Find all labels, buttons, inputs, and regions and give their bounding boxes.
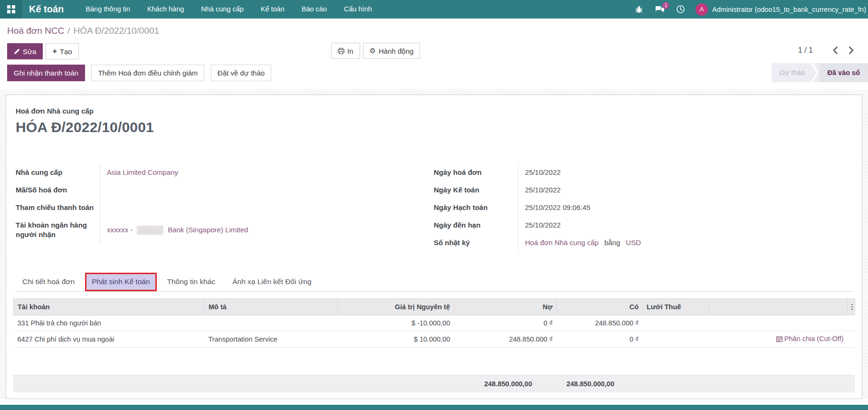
document-type-label: Hoá đơn Nhà cung cấp: [16, 107, 862, 115]
plus-icon: +: [52, 47, 57, 56]
cell-description: [205, 315, 338, 331]
cell-debit: 0 ₫: [454, 315, 557, 331]
pager-next-icon[interactable]: [843, 45, 859, 56]
menu-item-reports[interactable]: Báo cáo: [293, 0, 335, 19]
printer-icon: [338, 48, 344, 54]
field-label-invoice-date: Ngày hoá đơn: [434, 164, 518, 181]
journal-connector: bằng: [599, 238, 626, 248]
apps-menu-button[interactable]: [0, 0, 22, 19]
document-title: HÓA Đ/2022/10/0001: [16, 119, 862, 135]
bill-reference-value[interactable]: [100, 181, 310, 199]
activities-clock-icon[interactable]: [670, 0, 691, 19]
breadcrumb: Hoá đơn NCC/HÓA Đ/2022/10/0001: [0, 24, 868, 36]
left-field-group: Nhà cung cấp Asia Limited Company Mã/Số …: [16, 164, 310, 244]
action-buttons-row: Sửa + Tạo In ⚙ Hành động 1 / 1: [0, 43, 868, 60]
header-credit[interactable]: Có: [557, 299, 643, 315]
tab-invoice-lines[interactable]: Chi tiết hoá đơn: [16, 273, 81, 291]
cell-tax-grid: [643, 331, 709, 348]
cell-debit: 248.850.000 ₫: [454, 331, 557, 348]
header-amount-currency[interactable]: Giá trị Nguyên tệ: [338, 299, 454, 315]
state-arrow-icon: [813, 63, 820, 82]
recipient-bank-value: xxxxxx - Bank (Singapore) Limited: [100, 217, 310, 244]
field-label-bill-reference: Mã/Số hoá đơn: [16, 181, 100, 199]
menu-item-accounting[interactable]: Kế toán: [252, 0, 293, 19]
header-description[interactable]: Mô tả: [205, 299, 338, 315]
control-panel: Hoá đơn NCC/HÓA Đ/2022/10/0001 Sửa + Tạo…: [0, 19, 868, 89]
app-title[interactable]: Kế toán: [22, 4, 77, 15]
field-label-vendor: Nhà cung cấp: [16, 164, 100, 181]
field-label-journal: Sổ nhật ký: [434, 234, 518, 252]
vendor-link[interactable]: Asia Limited Company: [107, 168, 178, 177]
table-row[interactable]: 331 Phải trả cho người bán $ -10.000,00 …: [14, 315, 855, 331]
menu-item-configuration[interactable]: Cấu hình: [335, 0, 381, 19]
posting-date-value[interactable]: 25/10/2022 09:06:45: [518, 199, 852, 217]
action-menu-button[interactable]: ⚙ Hành động: [363, 43, 420, 59]
create-button[interactable]: + Tạo: [46, 43, 78, 59]
print-button[interactable]: In: [331, 43, 360, 59]
tab-other-info[interactable]: Thông tin khác: [161, 273, 222, 291]
edit-button[interactable]: Sửa: [7, 43, 43, 59]
form-sheet: Hoá đơn Nhà cung cấp HÓA Đ/2022/10/0001 …: [6, 95, 862, 399]
cell-credit: 0 ₫: [557, 331, 643, 348]
total-debit: 248.850.000,00: [13, 380, 556, 388]
journal-value: Hoá đơn Nhà cung cấp bằng USD: [518, 234, 852, 252]
gear-icon: ⚙: [370, 47, 376, 55]
menu-item-vendors[interactable]: Nhà cung cấp: [192, 0, 252, 19]
table-row[interactable]: 6427 Chi phí dịch vụ mua ngoài Transport…: [14, 331, 855, 348]
calendar-icon: [776, 336, 782, 342]
cutoff-button[interactable]: Phân chia (Cut-Off): [776, 335, 844, 343]
register-payment-button[interactable]: Ghi nhận thanh toán: [7, 65, 85, 81]
menu-item-dashboard[interactable]: Bảng thông tin: [77, 0, 139, 19]
pencil-icon: [14, 48, 20, 55]
apps-grid-icon: [7, 5, 15, 13]
header-extra: [709, 299, 848, 315]
cell-account: 6427 Chi phí dịch vụ mua ngoài: [14, 331, 205, 348]
menu-item-customers[interactable]: Khách hàng: [139, 0, 192, 19]
journal-link[interactable]: Hoá đơn Nhà cung cấp: [525, 238, 599, 248]
breadcrumb-parent-link[interactable]: Hoá đơn NCC: [7, 26, 64, 36]
cell-cutoff: [709, 315, 848, 331]
pager-previous-icon[interactable]: [827, 45, 843, 56]
cell-account: 331 Phải trả cho người bán: [14, 315, 205, 331]
bank-account-link[interactable]: Bank (Singapore) Limited: [168, 225, 248, 235]
cell-amount-currency: $ -10.000,00: [338, 315, 454, 331]
journal-items-table: Tài khoản Mô tả Giá trị Nguyên tệ Nợ Có …: [13, 298, 855, 348]
notebook-tabs: Chi tiết hoá đơn Phát sinh Kế toán Thông…: [16, 273, 853, 292]
payment-reference-value[interactable]: [100, 199, 310, 217]
tab-counterpart-mapping[interactable]: Ánh xạ Liên kết Đối ứng: [226, 273, 318, 291]
due-date-value[interactable]: 25/10/2022: [518, 217, 852, 234]
column-toggle-icon[interactable]: ⋮: [848, 299, 855, 315]
invoice-date-value[interactable]: 25/10/2022: [518, 164, 852, 181]
redacted-blur-box: [137, 226, 163, 235]
breadcrumb-separator: /: [64, 26, 73, 36]
debug-bug-icon[interactable]: [629, 0, 649, 19]
form-fields: Nhà cung cấp Asia Limited Company Mã/Số …: [6, 164, 862, 252]
pager-count: 1 / 1: [798, 46, 813, 55]
cell-tax-grid: [643, 315, 709, 331]
cell-credit: 248.850.000 ₫: [557, 315, 643, 331]
user-menu[interactable]: Administrator (odoo15_to_bank_currency_r…: [708, 6, 868, 13]
reset-to-draft-button[interactable]: Đặt về dự thảo: [211, 65, 271, 81]
state-draft[interactable]: Dự thảo: [772, 63, 812, 82]
right-field-group: Ngày hoá đơn 25/10/2022 Ngày Kế toán 25/…: [434, 164, 852, 252]
statusbar-row: Ghi nhận thanh toán Thêm Hoá đơn điều ch…: [0, 65, 868, 84]
header-account[interactable]: Tài khoản: [14, 299, 205, 315]
messages-icon[interactable]: 1: [649, 0, 670, 19]
field-label-recipient-bank: Tài khoản ngân hàng người nhận: [16, 217, 100, 244]
user-avatar[interactable]: A: [696, 3, 708, 16]
bank-account-prefix[interactable]: xxxxxx -: [107, 225, 133, 235]
state-posted[interactable]: Đã vào sổ: [820, 63, 868, 82]
field-label-accounting-date: Ngày Kế toán: [434, 181, 518, 199]
add-credit-note-button[interactable]: Thêm Hoá đơn điều chỉnh giảm: [91, 65, 204, 81]
total-credit: 248.850.000,00: [556, 380, 642, 388]
header-debit[interactable]: Nợ: [454, 299, 557, 315]
header-tax-grid[interactable]: Lưới Thuế: [643, 299, 709, 315]
accounting-date-value[interactable]: 25/10/2022: [518, 181, 852, 199]
messages-badge: 1: [662, 2, 669, 9]
cell-amount-currency: $ 10.000,00: [338, 331, 454, 348]
totals-row: 248.850.000,00 248.850.000,00: [13, 375, 855, 392]
state-widget: Dự thảo Đã vào sổ: [772, 63, 868, 82]
currency-link[interactable]: USD: [626, 238, 641, 248]
tab-journal-items[interactable]: Phát sinh Kế toán: [85, 273, 156, 291]
main-menu: Bảng thông tin Khách hàng Nhà cung cấp K…: [77, 0, 381, 19]
